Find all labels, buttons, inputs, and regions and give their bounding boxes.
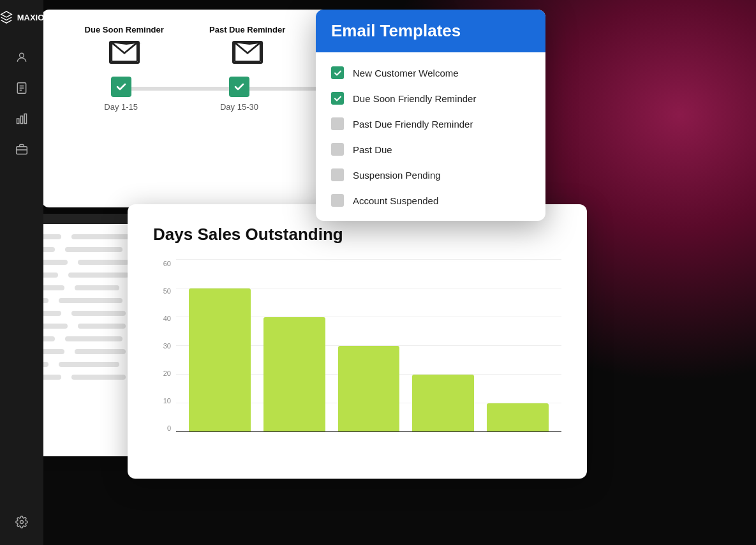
document-icon — [15, 82, 28, 94]
checkbox-4[interactable] — [331, 168, 344, 181]
chart-y-label: 40 — [153, 315, 171, 322]
dropdown-item[interactable]: Due Soon Friendly Reminder — [316, 86, 545, 111]
table-cell — [75, 349, 126, 354]
dropdown-header: Email Templates — [316, 10, 545, 52]
dropdown-item[interactable]: Account Suspended — [316, 188, 545, 213]
sidebar: MAXIO — [0, 0, 43, 545]
chart-y-labels: 0102030405060 — [153, 260, 174, 432]
timeline-item-due-soon: Due Soon Reminder — [85, 25, 164, 64]
logo-icon — [0, 10, 13, 24]
chart-bar-4 — [487, 403, 549, 432]
chart-area — [176, 260, 561, 432]
day-label-2: Day 15-30 — [214, 102, 265, 112]
sidebar-item-settings[interactable] — [9, 509, 34, 535]
dropdown-item-label: Past Due — [353, 144, 392, 155]
check-icon-2 — [233, 81, 245, 93]
bars-container — [176, 260, 561, 432]
checkbox-3[interactable] — [331, 143, 344, 156]
chart-x-axis — [176, 431, 561, 432]
svg-point-0 — [20, 53, 24, 57]
chart-bar-3 — [412, 375, 474, 432]
sidebar-item-users[interactable] — [9, 45, 34, 70]
email-templates-dropdown: Email Templates New Customer WelcomeDue … — [316, 10, 545, 221]
dropdown-item[interactable]: Suspension Pending — [316, 162, 545, 188]
checkbox-0[interactable] — [331, 66, 344, 79]
chart-y-label: 20 — [153, 370, 171, 377]
table-cell — [59, 362, 119, 367]
chart-y-label: 10 — [153, 397, 171, 405]
sidebar-item-analytics[interactable] — [9, 106, 34, 131]
check-icon-1 — [115, 81, 127, 93]
email-templates-title: Email Templates — [331, 21, 530, 41]
table-cell — [75, 285, 119, 290]
timeline-label-past-due: Past Due Reminder — [209, 25, 285, 36]
svg-rect-5 — [17, 119, 19, 124]
chart-bar-icon — [15, 112, 28, 125]
dropdown-item-label: Due Soon Friendly Reminder — [353, 93, 476, 104]
dropdown-item[interactable]: New Customer Welcome — [316, 60, 545, 86]
svg-rect-6 — [20, 116, 22, 124]
svg-rect-7 — [24, 114, 26, 124]
chart-y-label: 60 — [153, 260, 171, 267]
chart-bar-0 — [189, 288, 251, 432]
table-cell — [65, 247, 122, 252]
chart-container: 0102030405060 — [153, 260, 561, 451]
svg-point-10 — [20, 521, 24, 524]
timeline-label-due-soon: Due Soon Reminder — [85, 25, 164, 36]
checkbox-2[interactable] — [331, 117, 344, 130]
table-cell — [71, 234, 135, 239]
dso-title: Days Sales Outstanding — [153, 225, 561, 244]
chart-bar-2 — [338, 346, 400, 432]
sidebar-nav — [9, 45, 34, 509]
svg-rect-8 — [17, 147, 27, 154]
app-logo: MAXIO — [0, 10, 49, 24]
timeline-item-past-due: Past Due Reminder — [209, 25, 285, 64]
table-cell — [65, 336, 122, 341]
check-mark — [334, 69, 342, 77]
sidebar-item-billing[interactable] — [9, 137, 34, 162]
table-cell — [59, 298, 122, 303]
dropdown-item[interactable]: Past Due — [316, 137, 545, 162]
dso-chart-card: Days Sales Outstanding 0102030405060 — [128, 204, 587, 479]
chart-y-label: 30 — [153, 342, 171, 350]
dropdown-item[interactable]: Past Due Friendly Reminder — [316, 111, 545, 137]
dropdown-item-label: Past Due Friendly Reminder — [353, 119, 473, 130]
email-icon-2 — [232, 41, 263, 64]
table-cell — [68, 272, 129, 278]
sidebar-bottom — [9, 509, 34, 535]
sidebar-item-documents[interactable] — [9, 75, 34, 101]
table-cell — [78, 324, 126, 329]
dropdown-item-label: Suspension Pending — [353, 170, 441, 181]
day-label-1: Day 1-15 — [96, 102, 147, 112]
dropdown-item-label: Account Suspended — [353, 195, 438, 206]
dropdown-list: New Customer WelcomeDue Soon Friendly Re… — [316, 52, 545, 221]
table-cell — [71, 311, 126, 316]
dropdown-item-label: New Customer Welcome — [353, 68, 459, 78]
checkbox-1[interactable] — [331, 92, 344, 105]
check-mark — [334, 94, 342, 103]
briefcase-icon — [15, 143, 28, 156]
app-name: MAXIO — [17, 13, 45, 22]
table-cell — [71, 375, 126, 380]
user-icon — [15, 51, 28, 64]
timeline-node-1 — [111, 77, 131, 97]
timeline-node-2 — [229, 77, 249, 97]
table-cell — [78, 260, 129, 265]
email-icon-1 — [109, 41, 140, 64]
gear-icon — [15, 516, 28, 528]
chart-y-label: 50 — [153, 287, 171, 295]
chart-y-label: 0 — [153, 424, 171, 432]
chart-bar-1 — [263, 317, 325, 432]
checkbox-5[interactable] — [331, 194, 344, 207]
